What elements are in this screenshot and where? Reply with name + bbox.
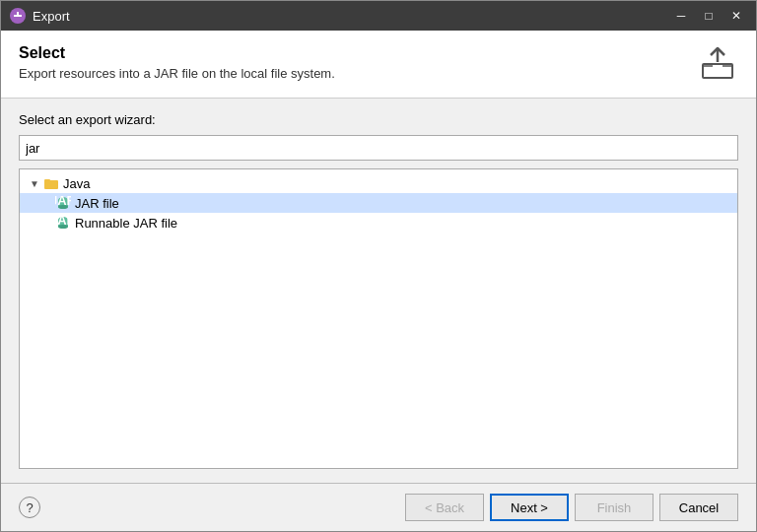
title-bar: Export ─ □ ✕ <box>1 1 756 31</box>
header-title: Select <box>19 44 335 62</box>
jar-file-label: JAR file <box>75 196 119 211</box>
help-button[interactable]: ? <box>19 497 40 518</box>
tree-container[interactable]: ▼ Java JAR <box>19 168 738 469</box>
wizard-label: Select an export wizard: <box>19 112 738 127</box>
window-icon <box>9 7 27 25</box>
tree-leaf-runnable-jar[interactable]: JAR Runnable JAR file <box>20 213 737 233</box>
window-controls: ─ □ ✕ <box>669 6 748 26</box>
runnable-jar-label: Runnable JAR file <box>75 216 177 231</box>
header-text: Select Export resources into a JAR file … <box>19 44 335 81</box>
tree-leaf-jar-file[interactable]: JAR JAR file <box>20 193 737 213</box>
footer-section: ? < Back Next > Finish Cancel <box>1 483 756 531</box>
search-input[interactable] <box>19 135 738 161</box>
close-button[interactable]: ✕ <box>724 6 748 26</box>
svg-text:JAR: JAR <box>55 215 71 228</box>
header-description: Export resources into a JAR file on the … <box>19 66 335 81</box>
main-section: Select an export wizard: ▼ Java <box>1 99 756 483</box>
svg-rect-8 <box>44 179 50 182</box>
export-icon <box>699 44 738 84</box>
runnable-jar-icon: JAR <box>55 215 71 231</box>
export-window: Export ─ □ ✕ Select Export resources int… <box>0 0 757 532</box>
chevron-down-icon: ▼ <box>28 176 41 190</box>
cancel-button[interactable]: Cancel <box>659 494 738 521</box>
finish-button[interactable]: Finish <box>575 494 654 521</box>
maximize-button[interactable]: □ <box>697 6 721 26</box>
export-svg-icon <box>699 44 736 82</box>
next-button[interactable]: Next > <box>490 494 569 521</box>
tree-java-label: Java <box>63 176 90 191</box>
footer-left: ? <box>19 497 40 518</box>
minimize-button[interactable]: ─ <box>669 6 693 26</box>
footer-buttons: < Back Next > Finish Cancel <box>405 494 738 521</box>
tree-item-java[interactable]: ▼ Java <box>20 173 737 193</box>
back-button[interactable]: < Back <box>405 494 484 521</box>
window-title: Export <box>33 9 669 24</box>
svg-text:JAR: JAR <box>55 195 71 208</box>
folder-icon <box>43 175 59 191</box>
header-section: Select Export resources into a JAR file … <box>1 31 756 99</box>
jar-file-icon: JAR <box>55 195 71 211</box>
content-area: Select Export resources into a JAR file … <box>1 31 756 531</box>
